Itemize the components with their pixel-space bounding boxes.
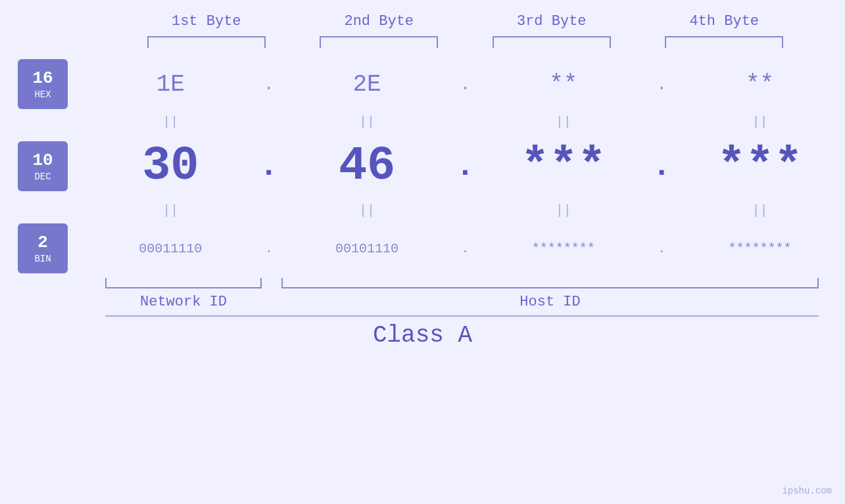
class-bracket-line <box>105 315 819 317</box>
equals-row-1: || || || || <box>85 110 845 133</box>
hex-b4: ** <box>746 71 774 98</box>
hex-name: HEX <box>34 89 51 100</box>
hex-b1-cell: 1E <box>85 71 256 98</box>
hex-row-wrapper: 16 HEX 1E . 2E . ** <box>0 58 845 110</box>
top-bracket-4 <box>665 36 783 48</box>
bracket-cell-1 <box>120 36 293 48</box>
dec-row-wrapper: 10 DEC 30 . 46 . *** <box>0 133 845 199</box>
byte1-header: 1st Byte <box>120 13 293 30</box>
network-bracket <box>105 278 262 288</box>
dec-b2: 46 <box>339 139 395 193</box>
hex-b2-cell: 2E <box>282 71 452 98</box>
bracket-cell-3 <box>466 36 639 48</box>
hex-b3: ** <box>549 71 577 98</box>
bottom-section: Network ID Host ID Class A <box>0 278 845 349</box>
dec-name: DEC <box>34 172 51 182</box>
main-container: 1st Byte 2nd Byte 3rd Byte 4th Byte 16 H… <box>0 0 845 504</box>
bin-b4-cell: ******** <box>675 241 845 256</box>
eq1-b4: || <box>675 114 845 129</box>
dec-badge: 10 DEC <box>18 141 68 191</box>
top-bracket-1 <box>147 36 266 48</box>
eq2-b2: || <box>282 203 452 218</box>
hex-badge-col: 16 HEX <box>0 59 85 109</box>
hex-row: 1E . 2E . ** . ** <box>85 58 845 110</box>
hex-values-col: 1E . 2E . ** . ** <box>85 58 845 110</box>
dec-b4-cell: *** <box>675 139 845 193</box>
byte3-header: 3rd Byte <box>466 13 639 30</box>
bin-row-wrapper: 2 BIN 00011110 . 00101110 . ******** <box>0 222 845 275</box>
bin-values-col: 00011110 . 00101110 . ******** . <box>85 222 845 275</box>
host-bracket <box>281 278 819 288</box>
dec-values-col: 30 . 46 . *** . *** <box>85 133 845 199</box>
class-label: Class A <box>373 322 472 349</box>
dec-b3-cell: *** <box>479 139 649 193</box>
top-bracket-3 <box>493 36 611 48</box>
dec-row: 30 . 46 . *** . *** <box>85 133 845 199</box>
equals-row-1-wrapper: || || || || <box>0 110 845 133</box>
dec-dot-1: . <box>256 149 282 184</box>
network-id-label: Network ID <box>105 294 262 310</box>
dec-b4: *** <box>717 139 803 193</box>
dec-b1: 30 <box>142 139 199 193</box>
bin-b1-cell: 00011110 <box>85 241 256 256</box>
dec-dot-2: . <box>452 149 479 184</box>
dec-badge-col: 10 DEC <box>0 141 85 191</box>
hex-b3-cell: ** <box>479 71 649 98</box>
eq2-b4: || <box>675 203 845 218</box>
bin-b1: 00011110 <box>139 241 202 256</box>
equals-row-1-col: || || || || <box>85 110 845 133</box>
eq2-b1: || <box>85 203 256 218</box>
bin-b3: ******** <box>532 241 595 256</box>
hex-dot-2: . <box>452 74 479 95</box>
bottom-brackets <box>105 278 819 288</box>
eq2-b3: || <box>479 203 649 218</box>
hex-b1: 1E <box>157 71 185 98</box>
bin-dot-1: . <box>256 241 282 256</box>
dec-dot-3: . <box>648 149 675 184</box>
eq1-b1: || <box>85 114 256 129</box>
equals-row-2-col: || || || || <box>85 199 845 222</box>
hex-badge: 16 HEX <box>18 59 68 109</box>
hex-b4-cell: ** <box>675 71 845 98</box>
class-row: Class A <box>0 322 845 349</box>
bin-b2-cell: 00101110 <box>282 241 452 256</box>
dec-b1-cell: 30 <box>85 139 256 193</box>
host-id-label: Host ID <box>281 294 819 310</box>
byte4-header: 4th Byte <box>638 13 811 30</box>
hex-dot-3: . <box>648 74 675 95</box>
hex-b2: 2E <box>353 71 381 98</box>
eq1-b2: || <box>282 114 452 129</box>
bracket-cell-2 <box>293 36 466 48</box>
dec-num: 10 <box>32 150 53 171</box>
hex-dot-1: . <box>256 74 282 95</box>
bin-badge-col: 2 BIN <box>0 223 85 273</box>
bin-name: BIN <box>34 254 51 264</box>
bin-b4: ******** <box>729 241 792 256</box>
watermark: ipshu.com <box>782 486 832 496</box>
bracket-cell-4 <box>638 36 811 48</box>
bin-b2: 00101110 <box>335 241 398 256</box>
bin-num: 2 <box>37 233 48 253</box>
eq1-b3: || <box>479 114 649 129</box>
bin-dot-2: . <box>452 241 479 256</box>
bin-dot-3: . <box>648 241 675 256</box>
bin-b3-cell: ******** <box>479 241 649 256</box>
id-labels: Network ID Host ID <box>105 294 819 310</box>
bin-badge: 2 BIN <box>18 223 68 273</box>
dec-b2-cell: 46 <box>282 139 452 193</box>
dec-b3: *** <box>521 139 606 193</box>
equals-row-2: || || || || <box>85 199 845 222</box>
hex-num: 16 <box>32 68 53 89</box>
byte-headers: 1st Byte 2nd Byte 3rd Byte 4th Byte <box>120 13 811 30</box>
equals-row-2-wrapper: || || || || <box>0 199 845 222</box>
byte2-header: 2nd Byte <box>293 13 466 30</box>
top-brackets <box>120 36 811 48</box>
bin-row: 00011110 . 00101110 . ******** . <box>85 222 845 275</box>
top-bracket-2 <box>320 36 438 48</box>
